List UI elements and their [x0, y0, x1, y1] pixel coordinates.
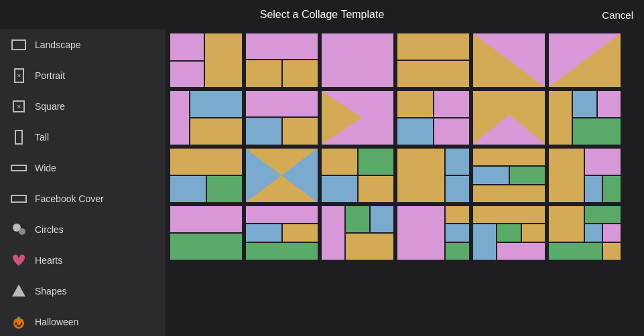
sidebar-label-halloween: Halloween	[35, 317, 78, 327]
sidebar-label-landscape: Landscape	[35, 39, 81, 50]
shapes-icon	[11, 283, 27, 299]
sidebar-item-hearts[interactable]: Hearts	[0, 245, 166, 276]
dialog-title: Select a Collage Template	[260, 9, 385, 21]
template-2-6[interactable]	[549, 91, 621, 145]
template-1-4[interactable]	[397, 33, 469, 87]
circles-icon	[11, 222, 27, 238]
svg-rect-7	[17, 325, 21, 327]
sidebar-label-hearts: Hearts	[35, 255, 62, 266]
template-1-1[interactable]	[170, 33, 242, 87]
template-row-1	[170, 33, 640, 87]
template-4-6[interactable]	[549, 206, 621, 260]
template-3-1[interactable]	[170, 149, 242, 202]
main-layout: Landscape ✕ Portrait ✕ Square Tall	[0, 29, 644, 336]
template-1-6[interactable]	[549, 33, 621, 87]
sidebar-item-square[interactable]: ✕ Square	[0, 91, 166, 122]
template-1-3[interactable]	[322, 33, 393, 87]
template-row-2	[170, 91, 640, 145]
template-3-2[interactable]	[246, 149, 318, 202]
facebook-cover-icon	[11, 191, 27, 207]
tall-icon	[11, 129, 27, 145]
sidebar-item-circles[interactable]: Circles	[0, 214, 166, 245]
sidebar-item-landscape[interactable]: Landscape	[0, 29, 166, 60]
template-4-1[interactable]	[170, 206, 242, 260]
sidebar-label-facebook-cover: Facebook Cover	[35, 193, 104, 204]
svg-rect-4	[17, 317, 20, 320]
template-4-2[interactable]	[246, 206, 318, 260]
template-1-5[interactable]	[473, 33, 545, 87]
sidebar-label-square: Square	[35, 101, 65, 112]
template-3-4[interactable]	[397, 149, 469, 202]
square-icon: ✕	[11, 98, 27, 114]
sidebar-label-tall: Tall	[35, 132, 49, 143]
template-2-3[interactable]	[322, 91, 393, 145]
header: Select a Collage Template Cancel	[0, 0, 644, 29]
sidebar-label-shapes: Shapes	[35, 286, 66, 297]
sidebar-item-halloween[interactable]: Halloween	[0, 307, 166, 336]
wide-icon	[11, 160, 27, 176]
template-1-2[interactable]	[246, 33, 318, 87]
template-4-3[interactable]	[322, 206, 393, 260]
portrait-icon: ✕	[11, 68, 27, 84]
template-4-4[interactable]	[397, 206, 469, 260]
landscape-icon	[11, 37, 27, 53]
sidebar-label-wide: Wide	[35, 163, 56, 173]
sidebar-label-portrait: Portrait	[35, 70, 65, 81]
template-2-5[interactable]	[473, 91, 545, 145]
sidebar: Landscape ✕ Portrait ✕ Square Tall	[0, 29, 166, 336]
sidebar-item-wide[interactable]: Wide	[0, 153, 166, 183]
template-row-4	[170, 206, 640, 260]
template-3-3[interactable]	[322, 149, 393, 202]
sidebar-label-circles: Circles	[35, 224, 64, 235]
sidebar-item-shapes[interactable]: Shapes	[0, 276, 166, 307]
sidebar-item-tall[interactable]: Tall	[0, 122, 166, 153]
svg-marker-2	[12, 284, 25, 297]
hearts-icon	[11, 252, 27, 268]
template-row-3	[170, 149, 640, 202]
template-3-6[interactable]	[549, 149, 621, 202]
template-2-4[interactable]	[397, 91, 469, 145]
halloween-icon	[11, 314, 27, 330]
svg-point-1	[19, 228, 25, 235]
template-content	[166, 29, 644, 336]
sidebar-item-portrait[interactable]: ✕ Portrait	[0, 60, 166, 91]
template-4-5[interactable]	[473, 206, 545, 260]
cancel-button[interactable]: Cancel	[602, 9, 633, 21]
template-2-2[interactable]	[246, 91, 318, 145]
sidebar-item-facebook-cover[interactable]: Facebook Cover	[0, 183, 166, 214]
template-2-1[interactable]	[170, 91, 242, 145]
template-3-5[interactable]	[473, 149, 545, 202]
